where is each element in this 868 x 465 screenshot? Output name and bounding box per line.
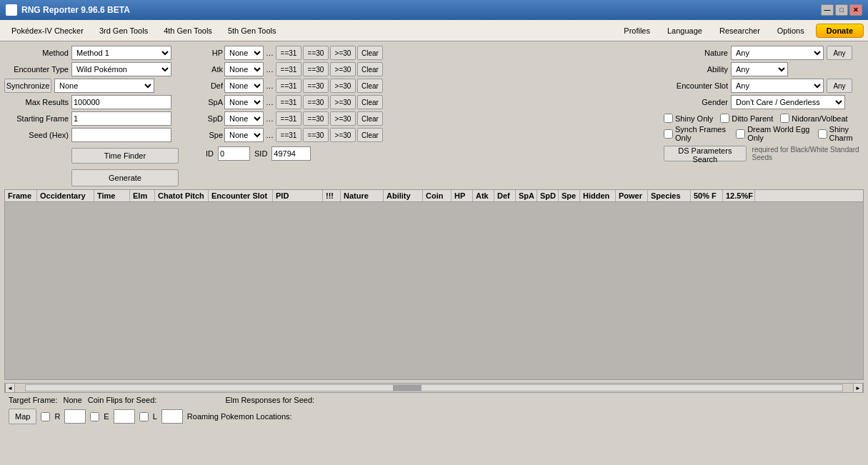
shiny-charm-check[interactable]: Shiny Charm [818, 125, 864, 142]
menu-pokedex-iv[interactable]: Pokédex-IV Checker [4, 24, 91, 37]
menu-5th-gen[interactable]: 5th Gen Tools [221, 24, 284, 37]
encounter-slot-select[interactable]: Any [731, 79, 824, 93]
encounter-slot-any-button[interactable]: Any [827, 79, 852, 93]
scroll-right-arrow[interactable]: ► [853, 383, 863, 393]
donate-button[interactable]: Donate [816, 24, 864, 38]
iv-eq30-spd[interactable]: ==30 [303, 111, 329, 126]
iv-ge30-hp[interactable]: >=30 [330, 46, 356, 60]
maximize-button[interactable]: □ [835, 4, 848, 16]
nidoran-check[interactable]: Nidoran/Volbeat [780, 114, 847, 123]
starting-frame-input[interactable]: 1 [71, 111, 171, 126]
iv-select-def[interactable]: None [224, 79, 264, 93]
iv-eq31-spe[interactable]: ==31 [276, 128, 301, 142]
menu-researcher[interactable]: Researcher [714, 24, 766, 37]
scroll-track[interactable] [25, 384, 843, 391]
iv-clear-def[interactable]: Clear [357, 79, 383, 93]
iv-ge30-spa[interactable]: >=30 [330, 95, 356, 109]
col-125f[interactable]: 12.5%F [723, 190, 755, 201]
iv-ge30-def[interactable]: >=30 [330, 79, 356, 93]
iv-eq31-spd[interactable]: ==31 [276, 111, 301, 126]
menu-3rd-gen[interactable]: 3rd Gen Tools [92, 24, 155, 37]
col-power[interactable]: Power [616, 190, 648, 201]
seed-hex-input[interactable] [71, 128, 171, 142]
l-input[interactable] [161, 409, 183, 424]
iv-ge30-spe[interactable]: >=30 [330, 128, 356, 142]
menu-options[interactable]: Options [772, 24, 810, 37]
encounter-type-select[interactable]: Wild Pokémon [71, 62, 171, 76]
iv-ge30-spd[interactable]: >=30 [330, 111, 356, 126]
col-spe[interactable]: Spe [559, 190, 580, 201]
iv-select-spa[interactable]: None [224, 95, 264, 109]
col-def[interactable]: Def [494, 190, 516, 201]
ds-search-button[interactable]: DS Parameters Search [664, 146, 747, 161]
iv-eq30-hp[interactable]: ==30 [303, 46, 329, 60]
col-50f[interactable]: 50% F [691, 190, 723, 201]
col-atk[interactable]: Atk [473, 190, 494, 201]
gender-select[interactable]: Don't Care / Genderless [731, 95, 845, 109]
shiny-only-checkbox[interactable] [664, 114, 673, 123]
shiny-only-check[interactable]: Shiny Only [664, 114, 713, 123]
col-encounter-slot[interactable]: Encounter Slot [209, 190, 273, 201]
e-input[interactable] [114, 409, 135, 424]
iv-eq30-spa[interactable]: ==30 [303, 95, 329, 109]
iv-eq31-hp[interactable]: ==31 [276, 46, 301, 60]
ability-select[interactable]: Any [731, 62, 788, 76]
minimize-button[interactable]: — [821, 4, 834, 16]
col-time[interactable]: Time [94, 190, 130, 201]
iv-clear-spa[interactable]: Clear [357, 95, 383, 109]
col-spd[interactable]: SpD [537, 190, 559, 201]
l-checkbox[interactable] [139, 412, 149, 421]
title-bar-controls[interactable]: — □ ✕ [821, 4, 862, 16]
ditto-parent-check[interactable]: Ditto Parent [720, 114, 773, 123]
r-checkbox[interactable] [41, 412, 50, 421]
sid-input[interactable]: 49794 [271, 146, 311, 161]
iv-select-hp[interactable]: None [224, 46, 264, 60]
iv-eq31-spa[interactable]: ==31 [276, 95, 301, 109]
col-spa[interactable]: SpA [516, 190, 537, 201]
iv-clear-spd[interactable]: Clear [357, 111, 383, 126]
iv-ge30-atk[interactable]: >=30 [330, 62, 356, 76]
col-elm[interactable]: Elm [130, 190, 155, 201]
iv-clear-spe[interactable]: Clear [357, 128, 383, 142]
iv-eq30-spe[interactable]: ==30 [303, 128, 329, 142]
col-pid[interactable]: PID [273, 190, 323, 201]
method-select[interactable]: Method 1 [71, 46, 171, 60]
col-coin[interactable]: Coin [423, 190, 452, 201]
max-results-input[interactable]: 100000 [71, 95, 171, 109]
iv-select-spd[interactable]: None [224, 111, 264, 126]
col-frame[interactable]: Frame [5, 190, 37, 201]
ditto-parent-checkbox[interactable] [720, 114, 729, 123]
results-body[interactable] [5, 202, 863, 379]
col-chatot[interactable]: Chatot Pitch [155, 190, 209, 201]
map-button[interactable]: Map [9, 409, 36, 424]
iv-clear-atk[interactable]: Clear [357, 62, 383, 76]
horizontal-scrollbar[interactable]: ◄ ► [4, 383, 864, 393]
menu-4th-gen[interactable]: 4th Gen Tools [156, 24, 219, 37]
dream-world-checkbox[interactable] [736, 129, 745, 139]
col-excl[interactable]: !!! [323, 190, 341, 201]
iv-eq31-atk[interactable]: ==31 [276, 62, 301, 76]
col-occidentary[interactable]: Occidentary [37, 190, 94, 201]
col-ability[interactable]: Ability [384, 190, 423, 201]
shiny-charm-checkbox[interactable] [818, 129, 827, 139]
e-checkbox[interactable] [90, 412, 99, 421]
iv-eq31-def[interactable]: ==31 [276, 79, 301, 93]
synchronize-button[interactable]: Synchronize [4, 79, 51, 93]
nature-select[interactable]: Any [731, 46, 824, 60]
iv-select-atk[interactable]: None [224, 62, 264, 76]
nidoran-checkbox[interactable] [780, 114, 789, 123]
synch-frames-checkbox[interactable] [664, 129, 673, 139]
menu-language[interactable]: Language [662, 24, 708, 37]
generate-button[interactable]: Generate [71, 169, 179, 186]
sync-select[interactable]: None [54, 79, 154, 93]
scroll-thumb[interactable] [393, 385, 421, 391]
col-hidden[interactable]: Hidden [580, 190, 616, 201]
r-input[interactable] [64, 409, 86, 424]
iv-clear-hp[interactable]: Clear [357, 46, 383, 60]
col-hp[interactable]: HP [452, 190, 473, 201]
nature-any-button[interactable]: Any [827, 46, 852, 60]
id-input[interactable]: 0 [218, 146, 250, 161]
synch-frames-check[interactable]: Synch Frames Only [664, 125, 729, 142]
menu-profiles[interactable]: Profiles [618, 24, 656, 37]
iv-eq30-def[interactable]: ==30 [303, 79, 329, 93]
